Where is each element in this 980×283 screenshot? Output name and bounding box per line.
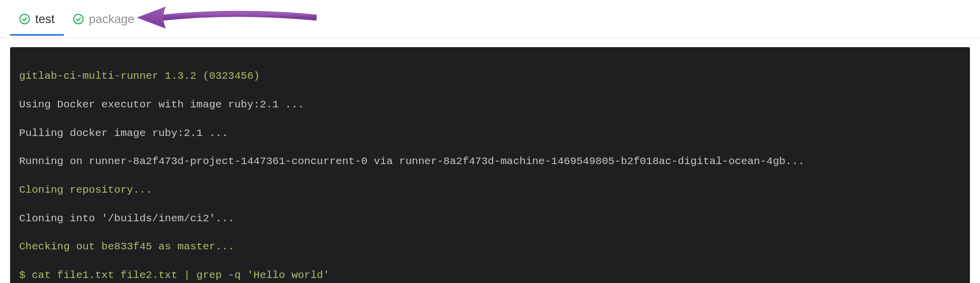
tab-package[interactable]: package [64,3,144,35]
svg-point-1 [73,14,83,24]
svg-point-0 [20,14,30,24]
status-passed-icon [19,14,30,25]
tab-label: test [35,12,55,26]
log-line: Checking out be833f45 as master... [19,240,961,254]
log-line: $ cat file1.txt file2.txt | grep -q 'Hel… [19,268,961,282]
log-line: Pulling docker image ruby:2.1 ... [19,126,961,140]
tab-test[interactable]: test [10,3,64,35]
tabs-bar: test package [0,0,980,38]
log-line: Using Docker executor with image ruby:2.… [19,98,961,112]
build-log-terminal: gitlab-ci-multi-runner 1.3.2 (0323456) U… [10,47,970,283]
annotation-arrow [136,5,317,35]
log-line: Cloning into '/builds/inem/ci2'... [19,212,961,226]
status-passed-icon [73,14,84,25]
tab-label: package [89,12,135,26]
log-line: Cloning repository... [19,183,961,197]
log-line: gitlab-ci-multi-runner 1.3.2 (0323456) [19,69,961,83]
log-line: Running on runner-8a2f473d-project-14473… [19,155,961,169]
